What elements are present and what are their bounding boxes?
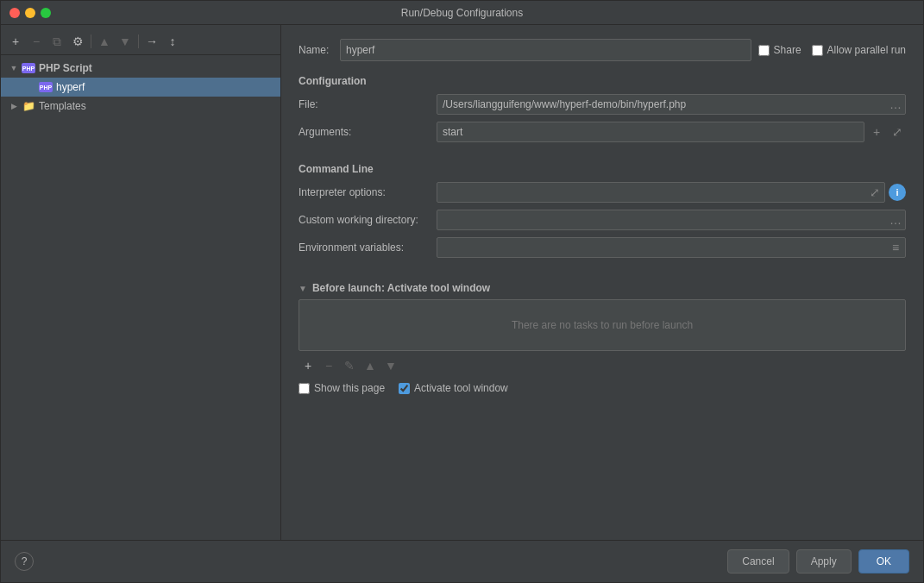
hyperf-label: hyperf (56, 81, 85, 93)
env-vars-label: Environment variables: (299, 241, 437, 254)
bottom-bar: ? Cancel Apply OK (1, 540, 923, 582)
toolbar-separator-1 (91, 34, 91, 48)
hyperf-icon: PHP (39, 80, 53, 94)
allow-parallel-checkbox-label[interactable]: Allow parallel run (812, 44, 906, 56)
env-vars-input[interactable] (437, 237, 906, 258)
custom-working-dir-wrap: … (437, 210, 906, 230)
before-launch-up-button[interactable]: ▲ (361, 356, 380, 375)
activate-tool-window-text: Activate tool window (414, 382, 508, 394)
before-launch-edit-button[interactable]: ✎ (340, 356, 359, 375)
file-browse-button[interactable]: … (887, 96, 904, 113)
custom-working-dir-row: Custom working directory: … (299, 210, 906, 230)
tree-expand-icon: ▼ (8, 62, 20, 74)
activate-tool-window-checkbox[interactable] (399, 383, 410, 394)
templates-label: Templates (39, 100, 86, 112)
show-this-page-text: Show this page (314, 382, 385, 394)
before-launch-down-button[interactable]: ▼ (381, 356, 400, 375)
minimize-button[interactable] (25, 8, 35, 18)
show-this-page-label[interactable]: Show this page (299, 382, 385, 394)
tree-item-hyperf[interactable]: PHP hyperf (1, 78, 280, 97)
tree-group-php-script[interactable]: ▼ PHP PHP Script (1, 59, 280, 78)
window-title: Run/Debug Configurations (401, 7, 523, 19)
bottom-left: ? (15, 552, 34, 571)
sort-config-button[interactable]: ↕ (163, 32, 182, 51)
sidebar-toolbar: + − ⧉ ⚙ ▲ ▼ → ↕ (1, 28, 280, 55)
help-button[interactable]: ? (15, 552, 34, 571)
window-controls (9, 8, 51, 18)
share-checkbox-label[interactable]: Share (758, 44, 801, 56)
before-launch-toolbar: + − ✎ ▲ ▼ (299, 356, 906, 375)
sidebar: + − ⧉ ⚙ ▲ ▼ → ↕ ▼ PHP PHP Script (1, 25, 281, 540)
name-label: Name: (299, 44, 333, 56)
move-config-button[interactable]: → (142, 32, 161, 51)
before-launch-header[interactable]: ▼ Before launch: Activate tool window (299, 282, 906, 294)
arguments-wrap: + ⤢ (437, 122, 906, 142)
before-launch-empty-text: There are no tasks to run before launch (512, 319, 693, 331)
before-launch-options: Show this page Activate tool window (299, 382, 906, 394)
allow-parallel-checkbox[interactable] (812, 45, 823, 56)
php-script-group-icon: PHP (22, 61, 35, 75)
file-input[interactable] (437, 94, 906, 115)
before-launch-title: Before launch: Activate tool window (312, 282, 490, 294)
file-label: File: (299, 98, 437, 110)
main-content: + − ⧉ ⚙ ▲ ▼ → ↕ ▼ PHP PHP Script (1, 25, 923, 540)
close-button[interactable] (9, 8, 20, 18)
env-vars-edit-button[interactable]: ≡ (887, 239, 904, 256)
share-label: Share (774, 44, 801, 56)
titlebar: Run/Debug Configurations (1, 1, 923, 25)
templates-folder-icon: 📁 (22, 99, 35, 113)
arguments-expand-button[interactable]: + (868, 123, 885, 141)
allow-parallel-label: Allow parallel run (827, 44, 906, 56)
templates-expand-icon: ▶ (8, 100, 20, 112)
main-window: Run/Debug Configurations + − ⧉ ⚙ ▲ ▼ → ↕… (0, 0, 924, 583)
bottom-right: Cancel Apply OK (727, 549, 909, 574)
command-line-title: Command Line (299, 163, 906, 175)
down-config-button[interactable]: ▼ (116, 32, 135, 51)
tree-child-expand (25, 81, 37, 93)
custom-working-dir-browse[interactable]: … (887, 211, 904, 229)
before-launch-empty-area: There are no tasks to run before launch (299, 299, 906, 351)
env-vars-wrap: ≡ (437, 237, 906, 258)
configuration-section: Configuration File: … Arguments: + ⤢ (299, 75, 906, 149)
remove-config-button[interactable]: − (27, 32, 46, 51)
interpreter-options-wrap: ⤢ (437, 182, 885, 203)
custom-working-dir-label: Custom working directory: (299, 214, 437, 226)
toolbar-separator-2 (138, 34, 139, 48)
share-checkbox[interactable] (758, 45, 770, 56)
apply-button[interactable]: Apply (796, 549, 852, 574)
before-launch-add-button[interactable]: + (299, 356, 317, 375)
arguments-row: Arguments: + ⤢ (299, 122, 906, 142)
custom-working-dir-input[interactable] (437, 210, 906, 230)
file-input-wrap: … (437, 94, 906, 115)
command-line-section: Command Line Interpreter options: ⤢ i Cu… (299, 163, 906, 265)
interpreter-options-input[interactable] (437, 182, 885, 203)
before-launch-section: ▼ Before launch: Activate tool window Th… (299, 282, 906, 394)
activate-tool-window-label[interactable]: Activate tool window (399, 382, 508, 394)
name-row: Name: Share Allow parallel run (299, 39, 906, 61)
tree-item-templates[interactable]: ▶ 📁 Templates (1, 97, 280, 116)
show-this-page-checkbox[interactable] (299, 383, 310, 394)
cancel-button[interactable]: Cancel (727, 549, 789, 574)
add-config-button[interactable]: + (6, 32, 25, 51)
copy-config-button[interactable]: ⧉ (47, 32, 66, 51)
interpreter-info-button[interactable]: i (889, 184, 906, 201)
collapse-arrow-icon: ▼ (299, 284, 307, 293)
share-options: Share Allow parallel run (758, 44, 906, 56)
up-config-button[interactable]: ▲ (95, 32, 114, 51)
arguments-label: Arguments: (299, 126, 437, 138)
file-row: File: … (299, 94, 906, 115)
arguments-fullscreen-button[interactable]: ⤢ (889, 123, 906, 141)
maximize-button[interactable] (41, 8, 51, 18)
name-input[interactable] (340, 39, 751, 61)
php-script-group-label: PHP Script (39, 62, 92, 74)
arguments-input[interactable] (437, 122, 864, 142)
interpreter-options-row: Interpreter options: ⤢ i (299, 182, 906, 203)
config-tree: ▼ PHP PHP Script PHP hyperf ▶ (1, 55, 280, 536)
configuration-title: Configuration (299, 75, 906, 87)
settings-config-button[interactable]: ⚙ (68, 32, 87, 51)
ok-button[interactable]: OK (858, 549, 909, 574)
interpreter-options-expand[interactable]: ⤢ (866, 184, 883, 201)
interpreter-options-label: Interpreter options: (299, 186, 437, 198)
before-launch-remove-button[interactable]: − (319, 356, 338, 375)
config-panel: Name: Share Allow parallel run Configura… (281, 25, 923, 540)
